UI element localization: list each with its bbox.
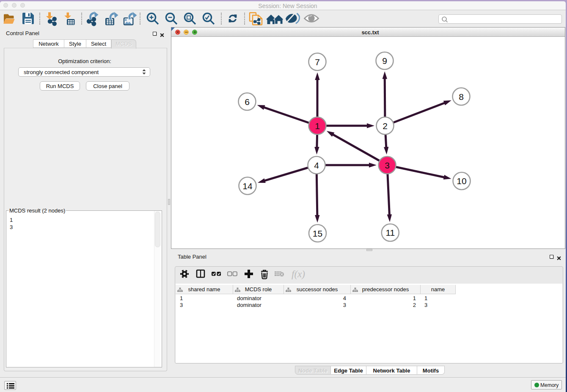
svg-text:8: 8 <box>459 92 464 102</box>
svg-text:14: 14 <box>242 181 253 191</box>
svg-text:f(x): f(x) <box>292 269 305 279</box>
svg-text:7: 7 <box>315 57 320 67</box>
svg-text:10: 10 <box>457 176 466 186</box>
svg-text:2: 2 <box>383 121 388 131</box>
svg-text:4: 4 <box>314 160 319 170</box>
svg-text:9: 9 <box>382 56 387 66</box>
svg-text:11: 11 <box>385 228 395 237</box>
svg-text:6: 6 <box>245 97 250 107</box>
svg-text:1: 1 <box>315 121 320 131</box>
svg-text:3: 3 <box>385 160 390 170</box>
svg-text:15: 15 <box>313 229 322 238</box>
